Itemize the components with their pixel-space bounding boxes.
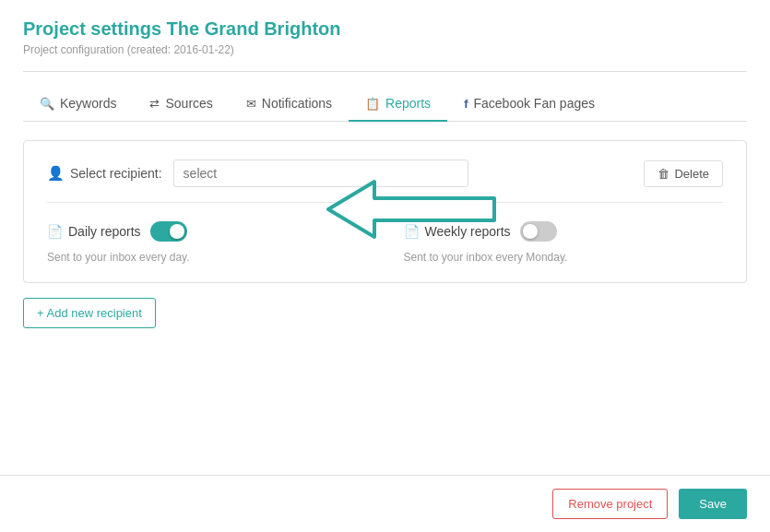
weekly-report-title: 📄 Weekly reports bbox=[404, 224, 511, 239]
remove-project-button[interactable]: Remove project bbox=[552, 489, 668, 519]
reports-row: 📄 Daily reports Sent to your inbox every… bbox=[47, 221, 723, 264]
page-title: Project settings The Grand Brighton bbox=[23, 18, 747, 40]
bottom-actions: Remove project Save bbox=[0, 475, 770, 532]
daily-report-item: 📄 Daily reports Sent to your inbox every… bbox=[47, 221, 367, 264]
daily-report-icon: 📄 bbox=[47, 224, 63, 239]
facebook-icon: f bbox=[464, 97, 468, 111]
trash-icon: 🗑 bbox=[657, 167, 669, 181]
tab-notifications[interactable]: ✉ Notifications bbox=[230, 87, 349, 122]
tab-keywords[interactable]: 🔍 Keywords bbox=[23, 87, 133, 122]
recipient-card: 👤 Select recipient: 🗑 Delete 📄 Daily rep… bbox=[23, 140, 747, 283]
daily-report-toggle[interactable] bbox=[150, 221, 187, 242]
daily-report-header: 📄 Daily reports bbox=[47, 221, 367, 242]
save-button[interactable]: Save bbox=[679, 489, 747, 519]
tabs-bar: 🔍 Keywords ⇄ Sources ✉ Notifications 📋 R… bbox=[23, 87, 747, 122]
weekly-report-item: 📄 Weekly reports Sent to your inbox ever… bbox=[404, 221, 724, 264]
weekly-report-header: 📄 Weekly reports bbox=[404, 221, 724, 242]
weekly-report-icon: 📄 bbox=[404, 224, 420, 239]
page-header: Project settings The Grand Brighton Proj… bbox=[23, 18, 747, 56]
tab-facebook[interactable]: f Facebook Fan pages bbox=[447, 87, 611, 122]
weekly-report-toggle[interactable] bbox=[520, 221, 557, 242]
search-icon: 🔍 bbox=[40, 97, 54, 111]
page-subtitle: Project configuration (created: 2016-01-… bbox=[23, 43, 747, 56]
header-divider bbox=[23, 71, 747, 72]
sources-icon: ⇄ bbox=[149, 97, 160, 111]
daily-toggle-slider bbox=[150, 221, 187, 242]
reports-icon: 📋 bbox=[365, 97, 380, 111]
weekly-toggle-slider bbox=[520, 221, 557, 242]
add-recipient-button[interactable]: + Add new recipient bbox=[23, 298, 156, 328]
delete-button[interactable]: 🗑 Delete bbox=[644, 160, 723, 187]
recipient-row: 👤 Select recipient: 🗑 Delete bbox=[47, 160, 723, 203]
tab-reports[interactable]: 📋 Reports bbox=[349, 87, 447, 122]
user-icon: 👤 bbox=[47, 165, 65, 182]
daily-report-desc: Sent to your inbox every day. bbox=[47, 251, 367, 264]
recipient-label: 👤 Select recipient: bbox=[47, 165, 162, 182]
weekly-report-desc: Sent to your inbox every Monday. bbox=[404, 251, 724, 264]
tab-sources[interactable]: ⇄ Sources bbox=[133, 87, 229, 122]
notifications-icon: ✉ bbox=[246, 97, 256, 111]
daily-report-title: 📄 Daily reports bbox=[47, 224, 141, 239]
recipient-select-input[interactable] bbox=[173, 160, 468, 187]
